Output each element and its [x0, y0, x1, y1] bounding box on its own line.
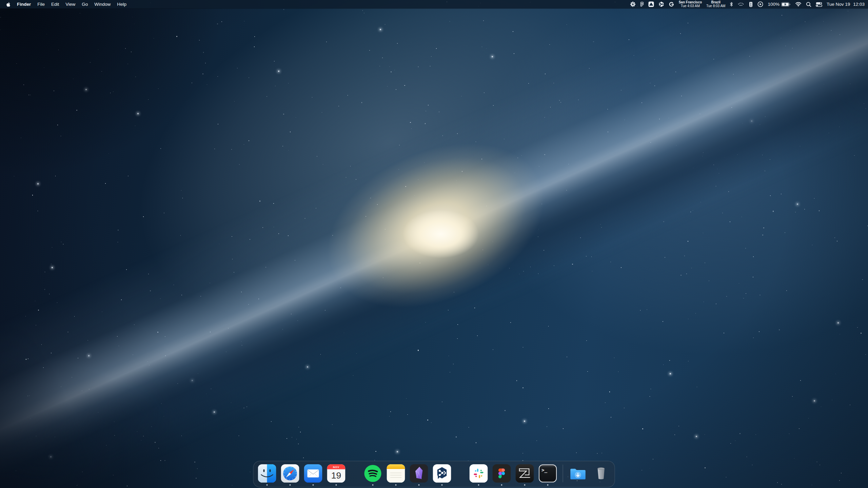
menu-edit[interactable]: Edit [51, 2, 59, 7]
spotlight-icon[interactable] [806, 2, 811, 7]
running-indicator [524, 484, 526, 486]
dock-item-zed[interactable] [516, 464, 534, 483]
wallpaper-galaxy [0, 0, 868, 488]
running-indicator [547, 484, 549, 486]
dock-item-hexagon-share-app[interactable] [433, 464, 451, 483]
dock: NOV 19 [253, 461, 615, 487]
world-clock-city: San Francisco [679, 1, 702, 4]
apple-logo-icon [5, 1, 11, 7]
running-indicator [478, 484, 479, 486]
apple-menu[interactable] [5, 1, 11, 7]
running-indicator [501, 484, 502, 486]
world-clock-time: Tue 4:03 AM [681, 4, 700, 8]
menu-view[interactable]: View [65, 2, 75, 7]
menu-bar-left: Finder File Edit View Go Window Help [0, 1, 126, 7]
menu-help[interactable]: Help [117, 2, 126, 7]
control-center-icon[interactable] [816, 2, 822, 7]
g-circle-icon[interactable] [669, 1, 674, 7]
calendar-day: 19 [331, 470, 341, 481]
menu-bar-time: 12:03 [853, 2, 865, 7]
dock-spacer [350, 472, 359, 475]
running-indicator [290, 484, 291, 486]
dock-item-terminal[interactable]: >_ [539, 464, 557, 483]
dock-item-slack[interactable] [470, 464, 488, 483]
running-indicator [441, 484, 443, 486]
iphone-mirroring-icon[interactable] [749, 1, 753, 7]
battery-percent: 100% [768, 2, 780, 7]
menu-bar-status-area: San Francisco Tue 4:03 AM Brazil Tue 8:0… [630, 1, 868, 8]
calendar-month: NOV [333, 466, 339, 469]
dock-item-safari[interactable] [281, 464, 299, 483]
battery-charging-icon [781, 2, 791, 7]
desktop: Finder File Edit View Go Window Help [0, 0, 868, 488]
menu-bar-date: Tue Nov 19 [827, 2, 850, 7]
running-indicator [336, 484, 337, 486]
menu-bar: Finder File Edit View Go Window Help [0, 0, 868, 8]
terminal-prompt: >_ [541, 467, 548, 473]
menu-window[interactable]: Window [94, 2, 111, 7]
dock-item-obsidian[interactable] [410, 464, 428, 483]
now-playing-icon[interactable] [757, 1, 763, 7]
dock-item-spotify[interactable] [364, 464, 382, 483]
world-clock-san-francisco[interactable]: San Francisco Tue 4:03 AM [679, 1, 702, 8]
battery-indicator[interactable]: 100% [768, 2, 791, 7]
world-clock-brazil[interactable]: Brazil Tue 8:03 AM [706, 1, 725, 8]
wifi-icon[interactable] [795, 2, 802, 7]
running-indicator [313, 484, 314, 486]
sun-burst-icon[interactable] [630, 1, 636, 7]
running-indicator [418, 484, 420, 486]
active-app-menu[interactable]: Finder [17, 2, 31, 7]
menu-bar-clock[interactable]: Tue Nov 19 12:03 [827, 2, 865, 7]
world-clock-time: Tue 8:03 AM [706, 4, 725, 8]
menu-file[interactable]: File [37, 2, 45, 7]
figma-menubar-icon[interactable] [640, 2, 644, 7]
dock-item-figma[interactable] [493, 464, 511, 483]
hexagon-share-icon[interactable] [658, 1, 664, 7]
running-indicator [267, 484, 268, 486]
dock-item-mail[interactable] [304, 464, 322, 483]
menu-go[interactable]: Go [82, 2, 88, 7]
dock-spacer [456, 472, 465, 475]
dock-item-finder[interactable] [258, 464, 276, 483]
dock-item-calendar[interactable]: NOV 19 [327, 464, 346, 483]
triangle-app-icon[interactable] [648, 1, 654, 7]
bluetooth-icon[interactable] [730, 1, 733, 7]
dotted-arc-icon[interactable] [737, 2, 744, 7]
world-clock-city: Brazil [711, 1, 721, 4]
dock-item-notes[interactable] [387, 464, 405, 483]
dock-item-downloads-folder[interactable] [569, 464, 587, 483]
dock-separator [563, 465, 563, 482]
starfield [0, 0, 868, 488]
running-indicator [395, 484, 397, 486]
dock-item-trash[interactable] [592, 464, 610, 483]
running-indicator [372, 484, 374, 486]
